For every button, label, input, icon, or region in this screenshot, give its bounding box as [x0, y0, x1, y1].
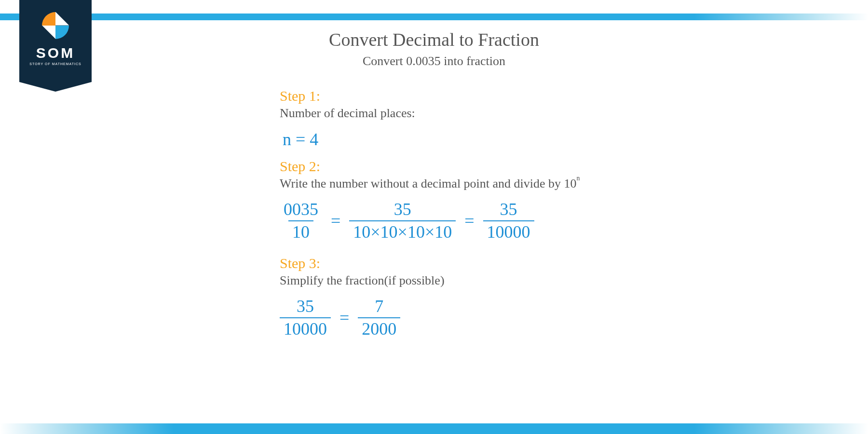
- step1-desc: Number of decimal places:: [280, 106, 588, 121]
- steps-container: Step 1: Number of decimal places: n = 4 …: [280, 88, 588, 352]
- step2-desc-text: Write the number without a decimal point…: [280, 176, 577, 190]
- step2-fraction-2: 35 10×10×10×10: [349, 200, 456, 243]
- step3-desc: Simplify the fraction(if possible): [280, 273, 588, 288]
- step2-fraction-1: 0035 10: [280, 200, 322, 243]
- fraction-numerator: 0035: [280, 200, 322, 220]
- step2-desc: Write the number without a decimal point…: [280, 176, 588, 191]
- step1-label: Step 1:: [280, 88, 588, 104]
- fraction-denominator: 10×10×10×10: [349, 220, 456, 242]
- top-accent-bar: [0, 14, 868, 20]
- fraction-denominator: 2000: [358, 317, 400, 339]
- step3-math: 35 10000 = 7 2000: [280, 297, 588, 339]
- equals-sign: =: [339, 308, 349, 328]
- fraction-numerator: 7: [371, 297, 387, 317]
- step2-desc-sup: n: [577, 175, 580, 182]
- fraction-denominator: 10000: [483, 220, 534, 242]
- step3-fraction-2: 7 2000: [358, 297, 400, 339]
- step2-math: 0035 10 = 35 10×10×10×10 = 35 10000: [280, 200, 588, 243]
- equals-sign: =: [464, 211, 474, 231]
- content-area: Convert Decimal to Fraction Convert 0.00…: [0, 29, 868, 352]
- page-title: Convert Decimal to Fraction: [329, 29, 539, 50]
- step2-label: Step 2:: [280, 158, 588, 175]
- fraction-numerator: 35: [293, 297, 318, 317]
- fraction-numerator: 35: [390, 200, 415, 220]
- bottom-accent-bar: [0, 423, 868, 434]
- page-subtitle: Convert 0.0035 into fraction: [363, 54, 505, 68]
- step3-fraction-1: 35 10000: [280, 297, 331, 339]
- fraction-denominator: 10: [288, 220, 313, 242]
- step2-fraction-3: 35 10000: [483, 200, 534, 243]
- fraction-denominator: 10000: [280, 317, 331, 339]
- step1-math: n = 4: [280, 129, 588, 149]
- fraction-numerator: 35: [496, 200, 521, 220]
- step3-label: Step 3:: [280, 255, 588, 271]
- equals-sign: =: [331, 211, 340, 231]
